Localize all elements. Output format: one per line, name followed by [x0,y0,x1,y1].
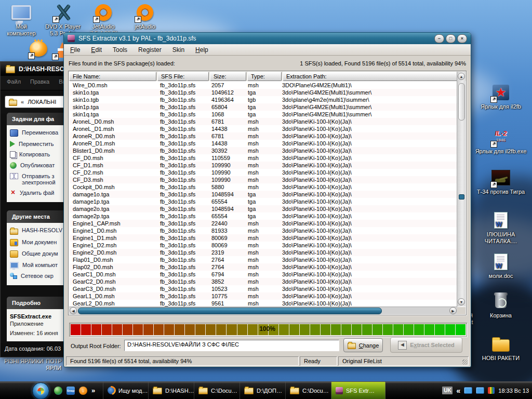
scroll-down-button[interactable]: ▼ [458,298,465,305]
change-button[interactable]: Change [343,338,383,352]
table-row[interactable]: skin1o.tgbfb_3do11p.sfs4196364tgb3do\pla… [69,96,457,103]
scroll-left-button[interactable]: ◀ [70,307,77,314]
overflow-chevron-icon[interactable]: » [91,387,100,395]
table-row[interactable]: GearC2_D0.mshfb_3do11p.sfs3852msh3do\Pla… [69,278,457,285]
table-row[interactable]: Engine1_D1.mshfb_3do11p.sfs80069msh3do\P… [69,234,457,242]
my-computer-shortcut[interactable]: Мой компьютер [1,3,42,37]
table-row[interactable]: AroneL_D0.mshfb_3do11p.sfs6781msh3do\Pla… [69,118,457,125]
menu-item-skin[interactable]: Skin [172,46,184,54]
menu-item-help[interactable]: Help [195,46,208,54]
table-row[interactable]: Blister1_D0.mshfb_3do11p.sfs30392msh3do\… [69,147,457,154]
table-row[interactable]: GearL2_D0.mshfb_3do11p.sfs9561msh3do\Pla… [69,300,457,307]
table-row[interactable]: skin1o.tgafb_3do11p.sfs1049612tga3do\Pla… [69,89,457,96]
desktop-icon-моли-doc[interactable]: моли.doc [472,252,530,280]
table-row[interactable]: AroneL_D1.mshfb_3do11p.sfs14438msh3do\Pl… [69,125,457,132]
table-row[interactable]: CF_D1.mshfb_3do11p.sfs109990msh3do\Plane… [69,162,457,169]
table-row[interactable]: damage2p.tgafb_3do11p.sfs65554tga3do\Pla… [69,212,457,220]
sfs-extractor-window: SFS Extractor v3.1 by PAL - fb_3do11p.sf… [63,32,471,367]
table-row[interactable]: Engine1_D2.mshfb_3do11p.sfs80069msh3do\P… [69,242,457,249]
scroll-up-button[interactable]: ▲ [458,73,465,80]
language-indicator[interactable]: UK [442,387,453,394]
desktop-icon-ілюшина-читалка-[interactable]: ІЛЮШИНА ЧИТАЛКА.... [472,211,530,245]
vertical-scroll-thumb[interactable] [458,83,465,121]
table-row[interactable]: Engine1_CAP.mshfb_3do11p.sfs22440msh3do\… [69,220,457,227]
menu-item-edit[interactable]: Edit [91,46,102,54]
table-row[interactable]: skin1q.tgafb_3do11p.sfs1068tga3do\Plane\… [69,111,457,118]
taskbar-button-ищу-мод-[interactable]: Ищу мод… [103,382,149,399]
desktop-icon-т-34-против-тигра[interactable]: Т-34 против Тигра [472,168,530,195]
menu-item-tools[interactable]: Tools [113,46,127,54]
vertical-scrollbar[interactable]: ▲ ▼ [457,72,466,307]
extract-selected-button[interactable]: ◀ Extract Selected [390,337,462,353]
taskbar-button-c-docu-[interactable]: C:\Docu… [194,382,240,399]
globe-icon[interactable] [54,387,62,395]
horizontal-scrollbar[interactable]: ◀ ▶ [69,307,457,314]
table-body[interactable]: Wire_D0.mshfb_3do11p.sfs2057msh3DO\Plane… [69,82,457,307]
table-cell: 5880 [208,183,244,191]
taskbar-buttons: Ищу мод…D:\HASH…C:\Docu…D:\ДОП…C:\Docu…S… [103,382,385,399]
table-row[interactable]: damage1p.tgafb_3do11p.sfs65554tga3do\Pla… [69,198,457,205]
desktop-icon-ярлык-для-il2fb[interactable]: Ярлык для il2fb [472,83,530,110]
desktop-icon-нові-ракети[interactable]: НОВІ РАКЕТИ [472,335,530,362]
table-row[interactable]: Flap02_D0.mshfb_3do11p.sfs2764msh3do\Pla… [69,263,457,271]
taskbar-button-c-docu-[interactable]: C:\Docu… [286,382,331,399]
column-header[interactable]: Type: [247,72,282,81]
resize-grip[interactable] [462,360,468,365]
table-cell: 3do\Plane\Ki-100-I(Ko)(Ja)\ [278,271,455,278]
explorer-menu-item[interactable]: Файл [7,78,21,90]
scroll-position-marker[interactable] [459,194,464,200]
table-row[interactable]: GearC1_D0.mshfb_3do11p.sfs6794msh3do\Pla… [69,271,457,278]
table-row[interactable]: Cockpit_D0.mshfb_3do11p.sfs5880msh3do\Pl… [69,183,457,191]
table-row[interactable]: skin1p.tgafb_3do11p.sfs65804tga3do\Plane… [69,103,457,111]
scroll-right-button[interactable]: ▶ [449,307,457,314]
table-row[interactable]: CF_D3.mshfb_3do11p.sfs109990msh3do\Plane… [69,176,457,183]
table-row[interactable]: CF_D0.mshfb_3do11p.sfs110559msh3do\Plane… [69,154,457,162]
taskbar-button-d-hash-[interactable]: D:\HASH… [149,382,194,399]
table-cell: GearL2_D0.msh [69,300,156,307]
network-monitor-icon[interactable] [476,387,484,394]
table-cell: AroneR_D0.msh [69,132,156,140]
maximize-button[interactable]: □ [446,34,456,43]
table-cell: 14438 [208,125,244,132]
table-row[interactable]: Engine2_D0.mshfb_3do11p.sfs2319msh3do\Pl… [69,249,457,256]
horizontal-scroll-thumb[interactable] [78,308,382,314]
network-monitor-icon[interactable] [464,387,472,394]
taskbar-button-d-доп-[interactable]: D:\ДОП… [240,382,286,399]
gom-player-shortcut[interactable] [26,39,51,60]
table-row[interactable]: AroneR_D1.mshfb_3do11p.sfs14438msh3do\Pl… [69,140,457,147]
start-button[interactable] [32,382,49,399]
desktop-icon-ярлык-для-il2fb-exe[interactable]: Ярлык для il2fb.exe [472,128,530,155]
minimize-button[interactable]: − [434,34,444,43]
column-header[interactable]: File Name: [69,72,156,81]
download-icon[interactable]: ↓ [79,387,87,395]
menu-item-register[interactable]: Register [138,46,162,54]
table-row[interactable]: AroneR_D0.mshfb_3do11p.sfs6781msh3do\Pla… [69,132,457,140]
table-row[interactable]: Flap01_D0.mshfb_3do11p.sfs2764msh3do\Pla… [69,256,457,263]
menu-item-file[interactable]: File [70,46,80,54]
table-row[interactable]: GearC3_D0.mshfb_3do11p.sfs10523msh3do\Pl… [69,285,457,292]
antivirus-tray-icon[interactable] [488,387,495,394]
desktop-icon-label: Ярлык для il2fb [472,103,530,110]
table-row[interactable]: CF_D2.mshfb_3do11p.sfs109990msh3do\Plane… [69,169,457,176]
jetaudio2-shortcut[interactable]: jetAudio [125,3,165,30]
close-button[interactable]: × [457,34,467,43]
window-title: SFS Extractor v3.1 by PAL - fb_3do11p.sf… [78,35,196,42]
sfs-titlebar[interactable]: SFS Extractor v3.1 by PAL - fb_3do11p.sf… [64,33,471,44]
output-root-folder-field[interactable]: D:\HASH-RESOLVE\ФАЙЛИ З СФС ФІЛЕС [124,340,339,351]
table-row[interactable]: damage1o.tgafb_3do11p.sfs1048594tga3do\P… [69,191,457,198]
table-row[interactable]: damage2o.tgafb_3do11p.sfs1048594tga3do\P… [69,205,457,212]
taskbar-button-sfs-extr-[interactable]: SFS Extr… [331,382,385,399]
column-header[interactable]: Size: [210,72,246,81]
snap-icon[interactable]: Snap [66,387,75,395]
table-cell: 3do\Plane\Ki-100-I(Ko)(Ja)\ [278,234,455,242]
table-row[interactable]: GearL1_D0.mshfb_3do11p.sfs10775msh3do\Pl… [69,292,457,300]
firefox-icon [108,387,115,394]
explorer-menu-item[interactable]: Правка [30,78,49,90]
folder-icon [198,388,208,394]
column-header[interactable]: Extraction Path: [283,72,459,81]
column-header[interactable]: SFS File: [157,72,209,81]
tray-collapse-chevron[interactable]: « [456,387,460,395]
table-row[interactable]: Engine1_D0.mshfb_3do11p.sfs81933msh3do\P… [69,227,457,234]
table-cell: fb_3do11p.sfs [156,256,208,263]
table-row[interactable]: Wire_D0.mshfb_3do11p.sfs2057msh3DO\Plane… [69,82,457,89]
